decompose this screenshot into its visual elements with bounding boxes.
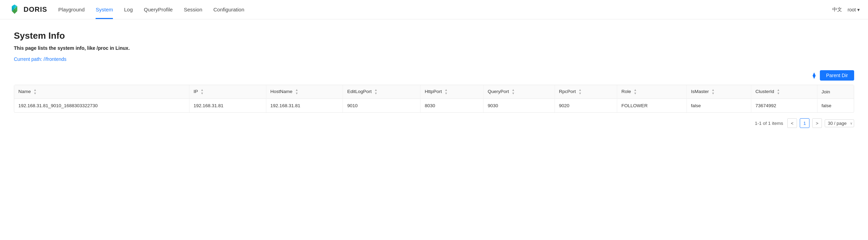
- cell-role: FOLLOWER: [617, 99, 687, 113]
- sort-arrows-clusterid: ▲▼: [777, 89, 780, 95]
- cell-hostname: 192.168.31.81: [266, 99, 343, 113]
- data-table: Name ▲▼ IP ▲▼ HostName ▲▼ EditLogPort ▲▼: [14, 85, 854, 113]
- col-ismaster[interactable]: IsMaster ▲▼: [687, 85, 751, 99]
- cell-join: false: [817, 99, 854, 113]
- col-name[interactable]: Name ▲▼: [14, 85, 189, 99]
- col-rpcport[interactable]: RpcPort ▲▼: [555, 85, 617, 99]
- language-button[interactable]: 中文: [832, 7, 842, 13]
- sort-arrows-hostname: ▲▼: [295, 89, 298, 95]
- page-size-select[interactable]: 10 / page 20 / page 30 / page 50 / page: [825, 119, 854, 127]
- parent-dir-button[interactable]: Parent Dir: [820, 70, 854, 81]
- prev-page-button[interactable]: <: [787, 118, 797, 128]
- sort-arrows-rpcport: ▲▼: [578, 89, 582, 95]
- page-1-button[interactable]: 1: [800, 118, 809, 128]
- cell-queryport: 9030: [483, 99, 555, 113]
- page-description: This page lists the system info, like /p…: [14, 45, 854, 51]
- sort-arrows-editlogport: ▲▼: [374, 89, 378, 95]
- cell-ismaster: false: [687, 99, 751, 113]
- current-path-link[interactable]: Current path: //frontends: [14, 56, 854, 62]
- col-httpport[interactable]: HttpPort ▲▼: [420, 85, 484, 99]
- main-nav: Playground System Log QueryProfile Sessi…: [58, 0, 244, 19]
- sort-arrows-name: ▲▼: [34, 89, 37, 95]
- nav-item-session[interactable]: Session: [184, 0, 202, 19]
- col-queryport[interactable]: QueryPort ▲▼: [483, 85, 555, 99]
- cell-name: 192.168.31.81_9010_1688303322730: [14, 99, 189, 113]
- main-content: System Info This page lists the system i…: [0, 19, 868, 139]
- nav-item-system[interactable]: System: [96, 0, 113, 19]
- logo-text: DORIS: [24, 6, 47, 13]
- sort-arrows-queryport: ▲▼: [512, 89, 515, 95]
- header-right: 中文 root ▾: [832, 7, 860, 13]
- nav-item-configuration[interactable]: Configuration: [213, 0, 244, 19]
- user-dropdown-icon: ▾: [857, 7, 860, 12]
- col-ip[interactable]: IP ▲▼: [189, 85, 266, 99]
- nav-item-log[interactable]: Log: [124, 0, 133, 19]
- col-role[interactable]: Role ▲▼: [617, 85, 687, 99]
- nav-item-queryprofile[interactable]: QueryProfile: [144, 0, 172, 19]
- page-title: System Info: [14, 30, 854, 41]
- sort-arrows-ip: ▲▼: [201, 89, 204, 95]
- logo: DORIS: [8, 3, 47, 16]
- table-row: 192.168.31.81_9010_1688303322730 192.168…: [14, 99, 854, 113]
- user-menu[interactable]: root ▾: [848, 7, 860, 12]
- sort-arrows-role: ▲▼: [634, 89, 637, 95]
- nav-item-playground[interactable]: Playground: [58, 0, 85, 19]
- cell-clusterid: 73674992: [751, 99, 817, 113]
- cell-ip: 192.168.31.81: [189, 99, 266, 113]
- table-header-row: Name ▲▼ IP ▲▼ HostName ▲▼ EditLogPort ▲▼: [14, 85, 854, 99]
- filter-icon[interactable]: ⧫: [813, 72, 816, 79]
- toolbar: ⧫ Parent Dir: [14, 70, 854, 81]
- header: DORIS Playground System Log QueryProfile…: [0, 0, 868, 19]
- logo-icon: [8, 3, 21, 16]
- cell-rpcport: 9020: [555, 99, 617, 113]
- page-size-wrapper: 10 / page 20 / page 30 / page 50 / page: [825, 119, 854, 127]
- sort-arrows-ismaster: ▲▼: [711, 89, 715, 95]
- col-join[interactable]: Join: [817, 85, 854, 99]
- next-page-button[interactable]: >: [812, 118, 822, 128]
- cell-httpport: 8030: [420, 99, 484, 113]
- sort-arrows-httpport: ▲▼: [444, 89, 448, 95]
- col-editlogport[interactable]: EditLogPort ▲▼: [343, 85, 420, 99]
- user-label: root: [848, 7, 856, 12]
- col-clusterid[interactable]: ClusterId ▲▼: [751, 85, 817, 99]
- cell-editlogport: 9010: [343, 99, 420, 113]
- pagination: 1-1 of 1 items < 1 > 10 / page 20 / page…: [14, 118, 854, 128]
- col-hostname[interactable]: HostName ▲▼: [266, 85, 343, 99]
- pagination-info: 1-1 of 1 items: [755, 121, 783, 126]
